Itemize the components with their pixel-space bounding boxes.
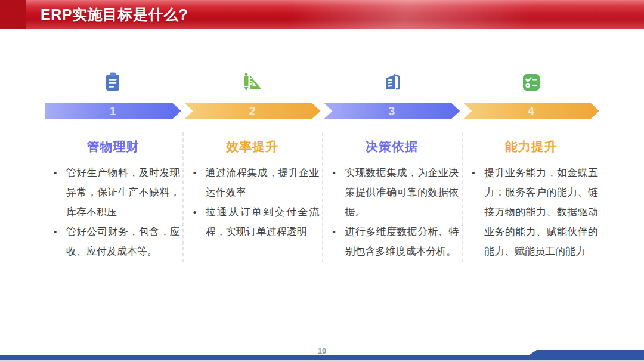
step-arrow-2: 2	[184, 103, 321, 119]
column-3: 3 决策依据 实现数据集成，为企业决策提供准确可靠的数据依据。 进行多维度数据分…	[324, 67, 460, 261]
column-4: 4 能力提升 提升业务能力，如金蝶五力：服务客户的能力、链接万物的能力、数据驱动…	[463, 67, 599, 261]
step-number: 2	[249, 104, 256, 118]
step-arrow-4: 4	[463, 103, 599, 119]
column-divider	[182, 132, 184, 262]
pencil-ruler-icon	[240, 67, 265, 94]
bullet-item: 管好公司财务，包含，应收、应付及成本等。	[52, 222, 180, 261]
clipboard-icon	[101, 67, 125, 94]
footer-corner-shape	[521, 350, 644, 360]
column-divider	[462, 132, 463, 262]
column-title: 管物理财	[86, 138, 139, 155]
step-number: 3	[388, 104, 395, 118]
column-title: 效率提升	[226, 138, 278, 155]
column-1: 1 管物理财 管好生产物料，及时发现异常，保证生产不缺料，库存不积压 管好公司财…	[45, 67, 181, 261]
bullet-item: 拉通从订单到交付全流程，实现订单过程透明	[191, 202, 320, 242]
step-number: 1	[110, 104, 116, 118]
slide-header: ERP实施目标是什么?	[0, 0, 644, 29]
step-number: 4	[528, 104, 534, 118]
header-accent-square	[0, 0, 26, 29]
bullet-list: 管好生产物料，及时发现异常，保证生产不缺料，库存不积压 管好公司财务，包含，应收…	[45, 163, 181, 261]
slide: ERP实施目标是什么? 1 管物理财 管好生产物料，及时发现异常，保证生产不缺料…	[0, 0, 644, 362]
documents-icon	[379, 67, 404, 94]
bullet-item: 通过流程集成，提升企业运作效率	[191, 163, 320, 202]
column-2: 2 效率提升 通过流程集成，提升企业运作效率 拉通从订单到交付全流程，实现订单过…	[184, 67, 321, 261]
bullet-list: 提升业务能力，如金蝶五力：服务客户的能力、链接万物的能力、数据驱动业务的能力、赋…	[463, 163, 599, 261]
column-title: 决策依据	[366, 138, 418, 155]
bullet-item: 进行多维度数据分析、特别包含多维度成本分析。	[331, 222, 459, 261]
bullet-item: 提升业务能力，如金蝶五力：服务客户的能力、链接万物的能力、数据驱动业务的能力、赋…	[470, 163, 598, 261]
bullet-list: 实现数据集成，为企业决策提供准确可靠的数据依据。 进行多维度数据分析、特别包含多…	[324, 163, 460, 261]
step-arrow-1: 1	[45, 103, 181, 119]
column-title: 能力提升	[505, 138, 558, 155]
bullet-item: 实现数据集成，为企业决策提供准确可靠的数据依据。	[331, 163, 459, 222]
checklist-icon	[519, 67, 543, 94]
slide-title: ERP实施目标是什么?	[41, 5, 188, 24]
column-divider	[322, 132, 323, 262]
bullet-list: 通过流程集成，提升企业运作效率 拉通从订单到交付全流程，实现订单过程透明	[184, 163, 321, 242]
bullet-item: 管好生产物料，及时发现异常，保证生产不缺料，库存不积压	[52, 163, 180, 222]
step-arrow-3: 3	[324, 103, 460, 119]
